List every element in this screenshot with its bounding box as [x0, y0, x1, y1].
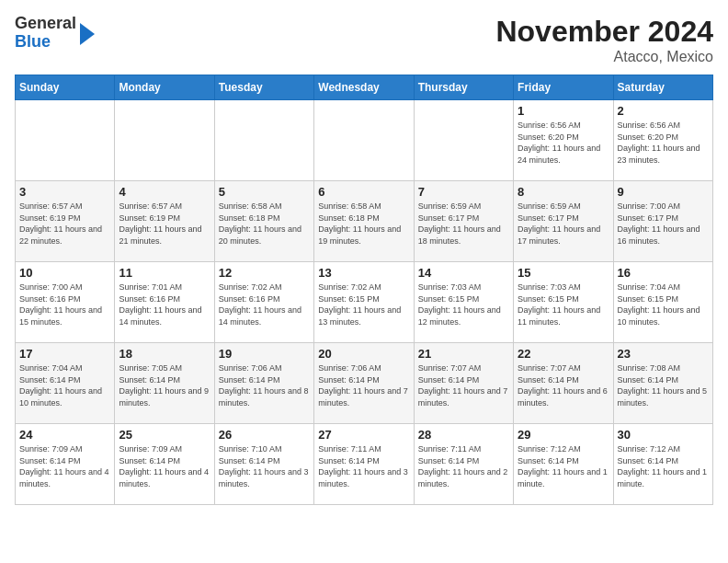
day-number: 14 [418, 266, 509, 280]
day-number: 9 [618, 185, 709, 199]
logo-arrow-icon [80, 23, 95, 45]
day-number: 10 [19, 266, 110, 280]
header: General Blue November 2024 Atacco, Mexic… [15, 15, 713, 65]
calendar-week-2: 10Sunrise: 7:00 AM Sunset: 6:16 PM Dayli… [16, 262, 713, 343]
day-info: Sunrise: 7:12 AM Sunset: 6:14 PM Dayligh… [618, 443, 709, 489]
calendar-cell: 23Sunrise: 7:08 AM Sunset: 6:14 PM Dayli… [613, 343, 712, 424]
calendar-week-3: 17Sunrise: 7:04 AM Sunset: 6:14 PM Dayli… [16, 343, 713, 424]
day-info: Sunrise: 7:10 AM Sunset: 6:14 PM Dayligh… [219, 443, 310, 489]
calendar-cell: 10Sunrise: 7:00 AM Sunset: 6:16 PM Dayli… [16, 262, 115, 343]
calendar-cell [314, 100, 414, 181]
title-block: November 2024 Atacco, Mexico [495, 15, 713, 65]
logo-text-block: General Blue [15, 15, 76, 52]
day-number: 5 [219, 185, 310, 199]
calendar-cell: 30Sunrise: 7:12 AM Sunset: 6:14 PM Dayli… [613, 424, 712, 505]
day-info: Sunrise: 7:11 AM Sunset: 6:14 PM Dayligh… [318, 443, 409, 489]
day-info: Sunrise: 6:56 AM Sunset: 6:20 PM Dayligh… [518, 120, 609, 166]
day-number: 28 [418, 428, 509, 442]
calendar-cell: 24Sunrise: 7:09 AM Sunset: 6:14 PM Dayli… [16, 424, 115, 505]
day-info: Sunrise: 7:04 AM Sunset: 6:15 PM Dayligh… [618, 282, 709, 327]
day-number: 26 [219, 428, 310, 442]
header-row: Sunday Monday Tuesday Wednesday Thursday… [16, 75, 713, 100]
day-number: 13 [318, 266, 409, 280]
calendar-cell: 9Sunrise: 7:00 AM Sunset: 6:17 PM Daylig… [613, 181, 712, 262]
calendar-cell: 29Sunrise: 7:12 AM Sunset: 6:14 PM Dayli… [514, 424, 613, 505]
day-number: 6 [318, 185, 409, 199]
day-number: 4 [119, 185, 210, 199]
calendar-cell: 5Sunrise: 6:58 AM Sunset: 6:18 PM Daylig… [214, 181, 313, 262]
day-info: Sunrise: 7:09 AM Sunset: 6:14 PM Dayligh… [19, 443, 110, 489]
calendar-cell: 4Sunrise: 6:57 AM Sunset: 6:19 PM Daylig… [115, 181, 214, 262]
calendar-subtitle: Atacco, Mexico [495, 49, 713, 65]
day-info: Sunrise: 7:03 AM Sunset: 6:15 PM Dayligh… [418, 282, 509, 327]
calendar-week-0: 1Sunrise: 6:56 AM Sunset: 6:20 PM Daylig… [16, 100, 713, 181]
calendar-cell: 18Sunrise: 7:05 AM Sunset: 6:14 PM Dayli… [115, 343, 214, 424]
calendar-cell: 7Sunrise: 6:59 AM Sunset: 6:17 PM Daylig… [414, 181, 513, 262]
calendar-cell: 28Sunrise: 7:11 AM Sunset: 6:14 PM Dayli… [414, 424, 513, 505]
day-info: Sunrise: 7:09 AM Sunset: 6:14 PM Dayligh… [119, 443, 210, 489]
day-number: 15 [518, 266, 609, 280]
day-number: 29 [518, 428, 609, 442]
day-number: 21 [418, 347, 509, 361]
day-info: Sunrise: 6:58 AM Sunset: 6:18 PM Dayligh… [318, 201, 409, 247]
day-info: Sunrise: 7:08 AM Sunset: 6:14 PM Dayligh… [618, 362, 709, 408]
calendar-cell: 3Sunrise: 6:57 AM Sunset: 6:19 PM Daylig… [16, 181, 115, 262]
day-number: 2 [618, 104, 709, 118]
calendar-cell: 26Sunrise: 7:10 AM Sunset: 6:14 PM Dayli… [214, 424, 313, 505]
calendar-cell [16, 100, 115, 181]
calendar-cell: 8Sunrise: 6:59 AM Sunset: 6:17 PM Daylig… [514, 181, 613, 262]
day-info: Sunrise: 7:02 AM Sunset: 6:15 PM Dayligh… [318, 282, 409, 327]
calendar-title: November 2024 [495, 15, 713, 49]
day-info: Sunrise: 7:11 AM Sunset: 6:14 PM Dayligh… [418, 443, 509, 489]
day-number: 25 [119, 428, 210, 442]
col-sunday: Sunday [16, 75, 115, 100]
day-number: 3 [19, 185, 110, 199]
day-number: 22 [518, 347, 609, 361]
day-info: Sunrise: 7:06 AM Sunset: 6:14 PM Dayligh… [219, 362, 310, 408]
day-number: 18 [119, 347, 210, 361]
col-wednesday: Wednesday [314, 75, 414, 100]
calendar-cell: 16Sunrise: 7:04 AM Sunset: 6:15 PM Dayli… [613, 262, 712, 343]
day-number: 19 [219, 347, 310, 361]
calendar-cell: 19Sunrise: 7:06 AM Sunset: 6:14 PM Dayli… [214, 343, 313, 424]
day-number: 24 [19, 428, 110, 442]
calendar-cell: 1Sunrise: 6:56 AM Sunset: 6:20 PM Daylig… [514, 100, 613, 181]
logo-blue: Blue [15, 32, 51, 51]
col-saturday: Saturday [613, 75, 712, 100]
calendar-table: Sunday Monday Tuesday Wednesday Thursday… [15, 75, 713, 505]
day-number: 20 [318, 347, 409, 361]
day-number: 12 [219, 266, 310, 280]
col-monday: Monday [115, 75, 214, 100]
calendar-cell [214, 100, 313, 181]
day-info: Sunrise: 7:00 AM Sunset: 6:17 PM Dayligh… [618, 201, 709, 247]
col-thursday: Thursday [414, 75, 513, 100]
day-info: Sunrise: 7:00 AM Sunset: 6:16 PM Dayligh… [19, 282, 110, 327]
day-info: Sunrise: 6:56 AM Sunset: 6:20 PM Dayligh… [618, 120, 709, 166]
calendar-cell: 6Sunrise: 6:58 AM Sunset: 6:18 PM Daylig… [314, 181, 414, 262]
day-info: Sunrise: 6:59 AM Sunset: 6:17 PM Dayligh… [518, 201, 609, 247]
calendar-cell: 2Sunrise: 6:56 AM Sunset: 6:20 PM Daylig… [613, 100, 712, 181]
calendar-cell: 15Sunrise: 7:03 AM Sunset: 6:15 PM Dayli… [514, 262, 613, 343]
calendar-cell: 12Sunrise: 7:02 AM Sunset: 6:16 PM Dayli… [214, 262, 313, 343]
day-number: 7 [418, 185, 509, 199]
day-info: Sunrise: 7:07 AM Sunset: 6:14 PM Dayligh… [518, 362, 609, 408]
calendar-cell: 20Sunrise: 7:06 AM Sunset: 6:14 PM Dayli… [314, 343, 414, 424]
day-info: Sunrise: 7:07 AM Sunset: 6:14 PM Dayligh… [418, 362, 509, 408]
day-info: Sunrise: 6:57 AM Sunset: 6:19 PM Dayligh… [119, 201, 210, 247]
day-info: Sunrise: 7:06 AM Sunset: 6:14 PM Dayligh… [318, 362, 409, 408]
calendar-cell [115, 100, 214, 181]
calendar-cell [414, 100, 513, 181]
col-friday: Friday [514, 75, 613, 100]
day-info: Sunrise: 6:57 AM Sunset: 6:19 PM Dayligh… [19, 201, 110, 247]
day-info: Sunrise: 7:02 AM Sunset: 6:16 PM Dayligh… [219, 282, 310, 327]
calendar-cell: 13Sunrise: 7:02 AM Sunset: 6:15 PM Dayli… [314, 262, 414, 343]
day-number: 30 [618, 428, 709, 442]
logo: General Blue [15, 15, 95, 52]
day-info: Sunrise: 7:04 AM Sunset: 6:14 PM Dayligh… [19, 362, 110, 408]
calendar-cell: 17Sunrise: 7:04 AM Sunset: 6:14 PM Dayli… [16, 343, 115, 424]
day-info: Sunrise: 7:01 AM Sunset: 6:16 PM Dayligh… [119, 282, 210, 327]
day-number: 27 [318, 428, 409, 442]
day-info: Sunrise: 6:59 AM Sunset: 6:17 PM Dayligh… [418, 201, 509, 247]
day-info: Sunrise: 7:03 AM Sunset: 6:15 PM Dayligh… [518, 282, 609, 327]
calendar-cell: 21Sunrise: 7:07 AM Sunset: 6:14 PM Dayli… [414, 343, 513, 424]
